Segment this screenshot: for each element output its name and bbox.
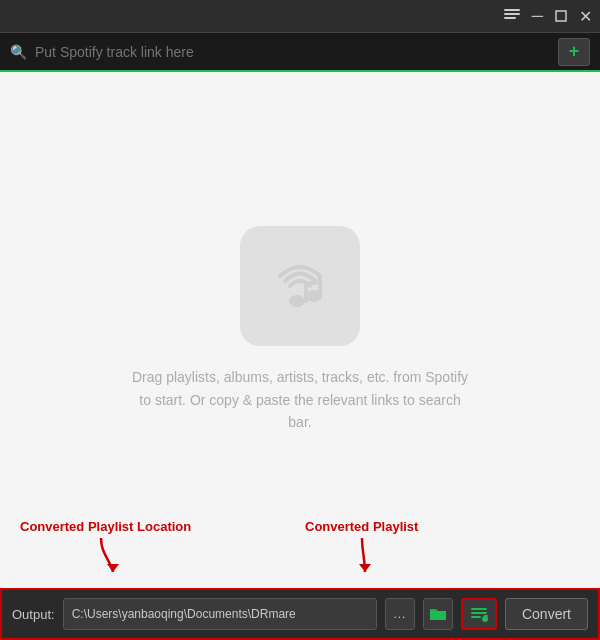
- svg-rect-6: [304, 281, 318, 285]
- playlist-button[interactable]: [461, 598, 497, 630]
- search-bar: 🔍 +: [0, 32, 600, 72]
- music-icon-container: [240, 226, 360, 346]
- svg-rect-1: [504, 13, 520, 15]
- add-button[interactable]: +: [558, 38, 590, 66]
- maximize-icon[interactable]: [555, 10, 567, 22]
- drag-text: Drag playlists, albums, artists, tracks,…: [130, 366, 470, 433]
- output-path: C:\Users\yanbaoqing\Documents\DRmare: [63, 598, 377, 630]
- title-bar-controls: ─ ✕: [504, 7, 592, 26]
- folder-icon: [429, 606, 447, 622]
- bottom-bar: Output: C:\Users\yanbaoqing\Documents\DR…: [0, 588, 600, 640]
- svg-rect-3: [556, 11, 566, 21]
- menu-lines-icon[interactable]: [504, 9, 520, 23]
- convert-button[interactable]: Convert: [505, 598, 588, 630]
- minimize-icon[interactable]: ─: [532, 7, 543, 25]
- svg-rect-12: [471, 612, 487, 614]
- svg-rect-8: [318, 276, 322, 298]
- title-bar: ─ ✕: [0, 0, 600, 32]
- playlist-icon: [470, 606, 488, 622]
- convert-label: Convert: [522, 606, 571, 622]
- music-icon: [260, 246, 340, 326]
- svg-rect-0: [504, 9, 520, 11]
- close-icon[interactable]: ✕: [579, 7, 592, 26]
- add-icon: +: [569, 41, 580, 62]
- main-content: Drag playlists, albums, artists, tracks,…: [0, 72, 600, 588]
- output-path-text: C:\Users\yanbaoqing\Documents\DRmare: [72, 607, 296, 621]
- search-input[interactable]: [35, 44, 558, 60]
- output-label: Output:: [12, 607, 55, 622]
- folder-button[interactable]: [423, 598, 453, 630]
- search-icon: 🔍: [10, 44, 27, 60]
- dots-button[interactable]: ...: [385, 598, 415, 630]
- svg-rect-16: [484, 615, 488, 617]
- svg-rect-11: [471, 608, 487, 610]
- dots-icon: ...: [393, 607, 406, 621]
- svg-point-4: [289, 295, 305, 307]
- svg-rect-13: [471, 616, 481, 618]
- svg-rect-2: [504, 17, 516, 19]
